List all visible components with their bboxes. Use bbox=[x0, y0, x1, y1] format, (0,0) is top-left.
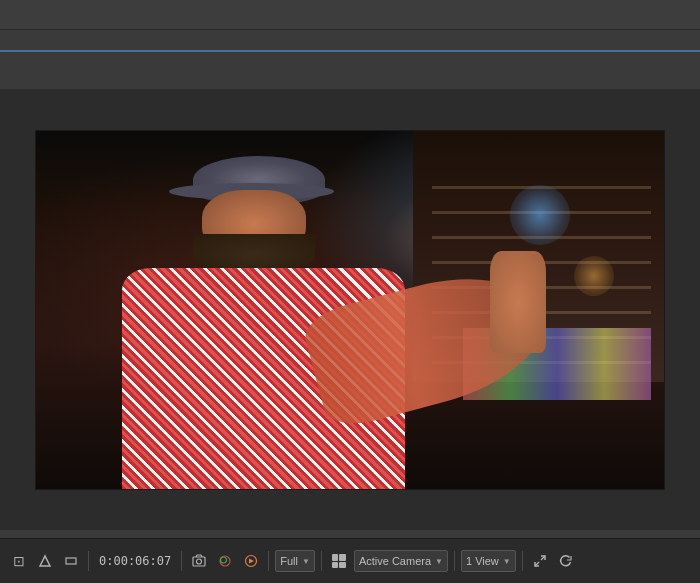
resolution-arrow: ▼ bbox=[302, 557, 310, 566]
active-camera-label: Active Camera bbox=[359, 555, 431, 567]
bokeh-orange bbox=[574, 256, 614, 296]
active-camera-dropdown[interactable]: Active Camera ▼ bbox=[354, 550, 448, 572]
expand-icon bbox=[533, 554, 547, 568]
grid-view-button[interactable] bbox=[328, 550, 350, 572]
fast-previews-button[interactable] bbox=[240, 550, 262, 572]
divider-5 bbox=[454, 551, 455, 571]
resolution-dropdown[interactable]: Full ▼ bbox=[275, 550, 315, 572]
svg-rect-1 bbox=[193, 557, 205, 566]
divider-1 bbox=[88, 551, 89, 571]
divider-2 bbox=[181, 551, 182, 571]
draft-icon bbox=[38, 554, 52, 568]
hand bbox=[490, 251, 547, 353]
reset-button[interactable] bbox=[555, 550, 577, 572]
divider-4 bbox=[321, 551, 322, 571]
top-bar bbox=[0, 0, 700, 30]
video-content bbox=[36, 131, 664, 489]
active-camera-arrow: ▼ bbox=[435, 557, 443, 566]
resolution-label: Full bbox=[280, 555, 298, 567]
video-container bbox=[0, 90, 700, 530]
timeline-area bbox=[0, 30, 700, 90]
region-of-interest-button[interactable] bbox=[60, 550, 82, 572]
draft-mode-button[interactable] bbox=[34, 550, 56, 572]
fast-previews-icon bbox=[244, 554, 258, 568]
grid-icon bbox=[332, 554, 346, 568]
view-count-label: 1 View bbox=[466, 555, 499, 567]
video-frame bbox=[35, 130, 665, 490]
channel-icon bbox=[218, 554, 232, 568]
expand-button[interactable] bbox=[529, 550, 551, 572]
svg-point-4 bbox=[221, 557, 227, 563]
divider-6 bbox=[522, 551, 523, 571]
snapshot-icon bbox=[192, 554, 206, 568]
snapshot-button[interactable] bbox=[188, 550, 210, 572]
reset-icon bbox=[559, 554, 573, 568]
person bbox=[99, 149, 570, 489]
svg-rect-0 bbox=[66, 558, 76, 564]
bottom-toolbar: ⊡ 0:00:06:07 bbox=[0, 538, 700, 583]
divider-3 bbox=[268, 551, 269, 571]
view-count-arrow: ▼ bbox=[503, 557, 511, 566]
show-channel-button[interactable] bbox=[214, 550, 236, 572]
timeline-line bbox=[0, 50, 700, 52]
svg-point-2 bbox=[197, 559, 202, 564]
timecode-display[interactable]: 0:00:06:07 bbox=[95, 552, 175, 570]
roi-icon bbox=[64, 554, 78, 568]
view-count-dropdown[interactable]: 1 View ▼ bbox=[461, 550, 516, 572]
toggle-transparency-button[interactable]: ⊡ bbox=[8, 550, 30, 572]
transparency-icon: ⊡ bbox=[13, 553, 25, 569]
